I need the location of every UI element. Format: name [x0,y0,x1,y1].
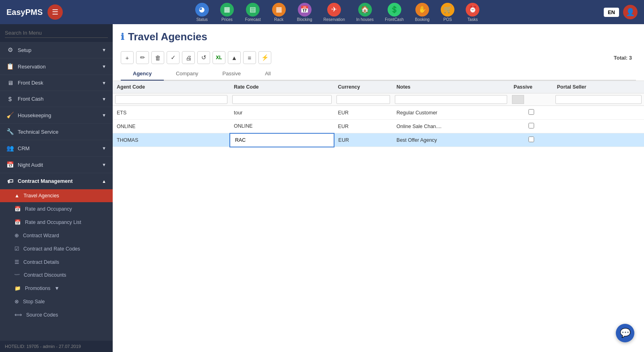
sidebar-sub-item-stop-sale[interactable]: ⊗ Stop Sale [0,295,113,308]
cell-currency: EUR [334,133,392,147]
sidebar-sub-item-promotions[interactable]: 📁 Promotions ▼ [0,282,113,295]
table-header-row: Agent CodeRate CodeCurrencyNotesPassiveP… [113,81,644,93]
sidebar-icon: 📋 [6,63,14,70]
sidebar-sub-item-travel-agencies[interactable]: ▲ Travel Agencies [0,189,113,202]
confirm-button[interactable]: ✓ [167,51,180,64]
tab-all[interactable]: All [253,67,283,81]
sidebar-sub-item-rate-and-occupancy[interactable]: 📅 Rate and Occupancy [0,202,113,215]
sidebar-search-container [0,24,113,42]
sidebar-sub-item-contract-and-rate-codes[interactable]: ☑ Contract and Rate Codes [0,242,113,255]
delete-button[interactable]: 🗑 [151,51,164,64]
sub-icon: ☰ [14,259,19,265]
chevron-icon: ▼ [102,146,106,151]
edit-button[interactable]: ✏ [136,51,149,64]
table-row[interactable]: ONLINEONLINEEUROnline Sale Chan.... [113,120,644,133]
sidebar-sub-item-rate-and-occupancy-list[interactable]: 📅 Rate and Occupancy List [0,215,113,229]
col-filter-notes [392,93,510,106]
nav-icon-tasks[interactable]: ⏰ Tasks [466,3,479,22]
nav-icon-prices[interactable]: ▦ Prices [220,3,234,22]
sidebar-sub-item-contract-wizard[interactable]: ⊕ Contract Wizard [0,229,113,242]
sidebar-icon: 🧹 [6,112,14,119]
cell-passive[interactable] [510,133,553,147]
chevron-icon: ▼ [102,81,106,85]
sub-item-label: Rate and Occupancy List [25,219,81,225]
filter-input-portal seller[interactable] [555,95,642,104]
main-content: ℹ Travel Agencies + ✏ 🗑 ✓ 🖨 ↺ X​L ▲ ≡ ⚡ … [113,24,644,352]
sidebar-item-setup[interactable]: ⚙ Setup ▼ [0,42,113,58]
page-title: Travel Agencies [128,31,207,43]
language-button[interactable]: EN [604,8,619,17]
cell-rate_code[interactable] [230,133,334,147]
refresh-button[interactable]: ↺ [197,51,210,64]
sidebar-item-housekeeping[interactable]: 🧹 Housekeeping ▼ [0,107,113,124]
nav-icon-forecast[interactable]: ▤ Forecast [245,3,261,22]
sidebar-item-front-desk[interactable]: 🖥 Front Desk ▼ [0,75,113,91]
print-button[interactable]: 🖨 [182,51,195,64]
nav-icon-status[interactable]: ◕ Status [195,3,209,22]
hamburger-button[interactable]: ☰ [47,4,63,20]
brand-logo: EasyPMS [6,8,43,17]
sub-icon: ⊗ [14,298,19,304]
cell-agent_code: THOMAS [113,133,230,147]
table-row[interactable]: THOMASEURBest Offer Agency [113,133,644,147]
filter-input-agent code[interactable] [115,95,227,104]
sub-item-label: Travel Agencies [23,193,59,199]
rate-code-input[interactable] [234,137,330,143]
sidebar-footer: HOTELID: 19705 - admin - 27.07.2019 [0,341,113,352]
add-button[interactable]: + [121,51,134,64]
sidebar-sub-item-contract-discounts[interactable]: 〰 Contract Discounts [0,269,113,282]
sidebar-item-label: Technical Service [18,129,58,135]
total-count: Total: 3 [614,55,636,61]
cell-passive[interactable] [510,120,553,133]
filter-input-currency[interactable] [336,95,390,104]
sidebar-item-reservation[interactable]: 📋 Reservation ▼ [0,58,113,75]
nav-icon-rack[interactable]: ▦ Rack [272,3,286,22]
cell-rate_code: ONLINE [230,120,334,133]
help-icon[interactable]: ℹ [121,32,124,42]
chevron-icon: ▼ [102,97,106,101]
tab-company[interactable]: Company [164,67,211,81]
sidebar-sub-item-source-codes[interactable]: ⟺ Source Codes [0,308,113,321]
nav-icon-pos[interactable]: 🛒 POS [441,3,454,22]
nav-icon-reservation[interactable]: ✈ Reservation [324,3,345,22]
nav-icon-in-houses[interactable]: 🏠 In houses [356,3,374,22]
sidebar-item-front-cash[interactable]: $ Front Cash ▼ [0,91,113,107]
sidebar-search-input[interactable] [5,28,108,38]
lightning-button[interactable]: ⚡ [258,51,271,64]
tab-passive[interactable]: Passive [211,67,253,81]
col-filter-passive [510,93,553,106]
chevron-icon: ▼ [102,162,106,167]
nav-icon-frontcash[interactable]: 💲 FrontCash [385,3,404,22]
sidebar-item-contract-management[interactable]: 🏷 Contract Management ▲ [0,173,113,189]
sidebar-item-label: Front Cash [18,96,43,102]
menu-button[interactable]: ≡ [243,51,256,64]
passive-filter[interactable] [512,95,524,104]
user-avatar[interactable]: 👤 [623,5,638,19]
table-area: Agent CodeRate CodeCurrencyNotesPassiveP… [113,81,644,352]
tab-agency[interactable]: Agency [121,67,164,81]
nav-icon-blocking[interactable]: 📅 Blocking [297,3,312,22]
filter-input-rate code[interactable] [232,95,332,104]
nav-icon-booking[interactable]: ✋ Booking [415,3,429,22]
col-header-agent-code: Agent Code [113,81,230,93]
chat-bubble[interactable]: 💬 [616,324,634,342]
sidebar-item-crm[interactable]: 👥 CRM ▼ [0,140,113,157]
sidebar-icon: 🖥 [6,79,14,86]
col-header-portal-seller: Portal Seller [553,81,644,93]
col-filter-rate-code [230,93,334,106]
sidebar-sub-item-contract-details[interactable]: ☰ Contract Details [0,255,113,269]
sidebar-item-label: Front Desk [18,80,43,86]
col-header-rate-code: Rate Code [230,81,334,93]
chevron-icon: ▲ [102,179,106,184]
passive-checkbox[interactable] [528,123,534,128]
table-row[interactable]: ETStourEURRegular Customer [113,106,644,120]
collapse-button[interactable]: ▲ [228,51,241,64]
cell-notes: Best Offer Agency [392,133,510,147]
excel-button[interactable]: X​L [213,51,225,64]
sidebar-item-technical-service[interactable]: 🔧 Technical Service [0,124,113,140]
sidebar-item-night-audit[interactable]: 📅 Night Audit ▼ [0,157,113,173]
filter-input-notes[interactable] [395,95,507,104]
passive-checkbox[interactable] [528,137,534,142]
passive-checkbox[interactable] [528,109,534,115]
cell-passive[interactable] [510,106,553,120]
